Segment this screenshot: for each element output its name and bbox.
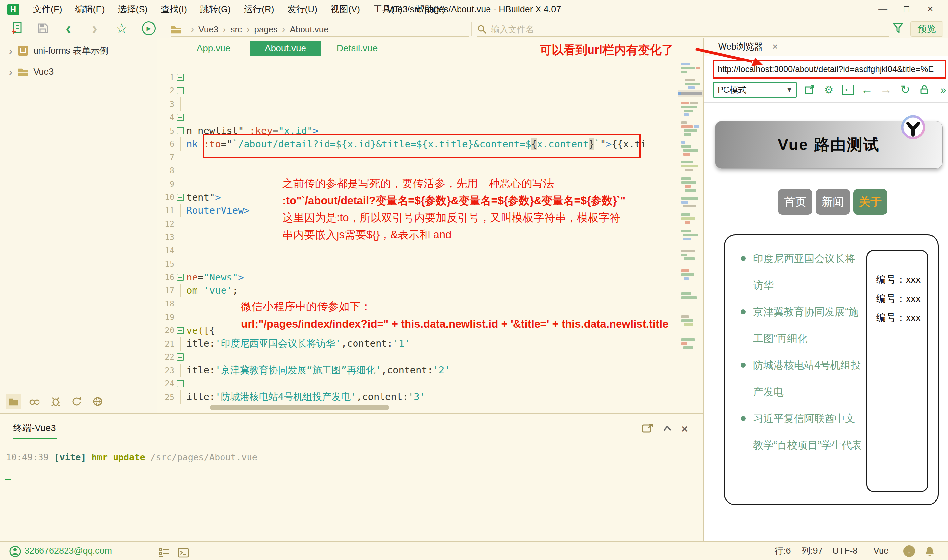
encoding-indicator[interactable]: UTF-8 — [832, 542, 858, 560]
news-item-link[interactable]: 习近平复信阿联酋中文教学“百校项目”学生代表 — [753, 405, 864, 458]
nav-button-item[interactable]: 首页 — [778, 189, 812, 215]
minimap[interactable] — [678, 62, 703, 357]
web-browser-panel: Web浏览器 × PC模式▼ ⚙ >_ ← → ↻ » Vue 路由测试 — [703, 38, 948, 541]
code-line: 4 — [157, 111, 678, 124]
fold-marker-icon[interactable] — [177, 354, 184, 361]
tree-item[interactable]: ›Vue3 — [0, 63, 157, 80]
fold-marker-icon[interactable] — [177, 87, 184, 94]
menu-item[interactable]: 运行(R) — [237, 0, 281, 19]
code-line: 24 — [157, 377, 678, 391]
news-item-link[interactable]: 京津冀教育协同发展“施工图”再细化 — [753, 298, 864, 352]
cursor-column[interactable]: 列:97 — [801, 542, 823, 560]
code-text: itle:'防城港核电站4号机组投产发电',content:'3' — [186, 390, 425, 403]
fold-marker-icon[interactable] — [177, 114, 184, 121]
notification-bell-icon[interactable] — [924, 545, 936, 560]
menu-item[interactable]: 发行(U) — [281, 0, 324, 19]
folder-icon — [17, 67, 29, 77]
terminal-tab-underline — [12, 438, 57, 439]
news-item-link[interactable]: 防城港核电站4号机组投产发电 — [753, 352, 864, 405]
save-icon[interactable] — [36, 22, 50, 35]
breadcrumb-separator-icon: › — [223, 24, 226, 34]
breadcrumb-item[interactable]: src — [230, 24, 242, 34]
language-mode[interactable]: Vue — [873, 542, 889, 560]
editor-tab-app-vue[interactable]: App.vue — [178, 41, 250, 56]
window-title: Vue3/src/pages/About.vue - HBuilder X 4.… — [387, 4, 561, 14]
indent-guide — [180, 390, 181, 404]
web-browser-tab[interactable]: Web浏览器 — [718, 41, 763, 52]
news-item-link[interactable]: 印度尼西亚国会议长将访华 — [753, 245, 864, 298]
code-line: 9 — [157, 177, 678, 191]
forward-icon[interactable]: › — [88, 22, 102, 35]
minimize-icon[interactable]: — — [871, 0, 895, 18]
terminal-tab[interactable]: 终端-Vue3 — [13, 422, 56, 434]
fold-marker-icon[interactable] — [177, 74, 184, 81]
refresh-icon[interactable]: ↻ — [899, 83, 911, 96]
terminal-collapse-icon[interactable] — [662, 425, 672, 434]
lock-icon[interactable] — [919, 83, 930, 96]
menu-item[interactable]: 跳转(G) — [193, 0, 237, 19]
account-email[interactable]: 3266762823@qq.com — [24, 542, 112, 560]
fold-marker-icon[interactable] — [177, 327, 184, 334]
fold-marker-icon[interactable] — [177, 127, 184, 134]
breadcrumb-item[interactable]: pages — [254, 24, 278, 34]
download-icon[interactable]: ↓ — [903, 545, 915, 557]
code-area[interactable]: 12345n newlist" :key="x.id">6nk :to="`/a… — [157, 59, 678, 413]
breadcrumb-item[interactable]: Vue3 — [199, 24, 218, 34]
user-avatar-icon — [9, 545, 21, 560]
debug-view-icon[interactable] — [48, 394, 63, 409]
line-number: 8 — [157, 166, 174, 175]
fold-marker-icon[interactable] — [177, 194, 184, 201]
horizontal-scrollbar[interactable] — [210, 405, 389, 410]
cursor-line[interactable]: 行:6 — [775, 542, 791, 560]
bookmark-star-icon[interactable]: ☆ — [114, 22, 129, 35]
line-number: 16 — [157, 272, 174, 282]
editor-tab-about-vue[interactable]: About.vue — [250, 41, 321, 56]
url-input[interactable] — [714, 65, 945, 74]
fold-marker-icon[interactable] — [177, 380, 184, 388]
outline-list-icon[interactable] — [159, 546, 170, 560]
run-icon[interactable]: ▶ — [142, 22, 156, 35]
open-in-browser-icon[interactable] — [804, 83, 816, 96]
terminal-close-icon[interactable]: × — [681, 423, 688, 435]
menu-item[interactable]: 编辑(E) — [68, 0, 111, 19]
plugins-view-icon[interactable] — [90, 394, 105, 409]
back-icon[interactable]: ‹ — [61, 22, 76, 35]
id-list: 编号：xxx编号：xxx编号：xxx — [876, 270, 921, 327]
more-chevrons-icon[interactable]: » — [937, 83, 948, 96]
code-editor: App.vueAbout.vueDetail.vue 12345n newlis… — [157, 38, 703, 413]
search-view-icon[interactable] — [27, 394, 42, 409]
preview-button[interactable]: 预览 — [911, 22, 943, 37]
line-number: 17 — [157, 286, 174, 295]
menu-item[interactable]: 文件(F) — [26, 0, 68, 19]
search-input[interactable] — [491, 24, 854, 35]
router-nav: 首页新闻关于 — [778, 189, 888, 215]
history-view-icon[interactable] — [69, 394, 84, 409]
menu-item[interactable]: 查找(I) — [154, 0, 193, 19]
fold-marker-icon[interactable] — [177, 274, 184, 281]
nav-button-active[interactable]: 关于 — [853, 189, 888, 215]
terminal-log: 10:49:39 [vite] hmr update /src/pages/Ab… — [6, 452, 258, 462]
line-number: 14 — [157, 246, 174, 255]
menu-item[interactable]: 选择(S) — [111, 0, 154, 19]
console-icon[interactable]: >_ — [842, 83, 854, 96]
browser-tab-close-icon[interactable]: × — [772, 42, 778, 52]
editor-tab-detail-vue[interactable]: Detail.vue — [321, 41, 393, 56]
folder-icon — [170, 25, 182, 34]
device-mode-select[interactable]: PC模式▼ — [713, 82, 797, 98]
browser-controls: PC模式▼ ⚙ >_ ← → ↻ » — [713, 82, 948, 98]
nav-back-icon[interactable]: ← — [861, 83, 873, 96]
breadcrumb-item[interactable]: About.vue — [290, 24, 329, 34]
nav-forward-icon[interactable]: → — [880, 83, 892, 96]
terminal-open-external-icon[interactable] — [642, 423, 653, 435]
tree-item[interactable]: ›uni-forms 表单示例 — [0, 42, 157, 59]
menu-item[interactable]: 视图(V) — [324, 0, 367, 19]
files-view-icon[interactable] — [6, 394, 21, 409]
new-file-icon[interactable] — [10, 22, 24, 35]
maximize-icon[interactable]: □ — [895, 0, 919, 18]
filter-funnel-icon[interactable] — [891, 22, 905, 35]
item-id: 编号：xxx — [876, 289, 921, 308]
settings-gear-icon[interactable]: ⚙ — [823, 83, 835, 96]
nav-button-item[interactable]: 新闻 — [816, 189, 850, 215]
statusbar-console-icon[interactable] — [178, 546, 189, 560]
close-icon[interactable]: × — [919, 0, 942, 18]
